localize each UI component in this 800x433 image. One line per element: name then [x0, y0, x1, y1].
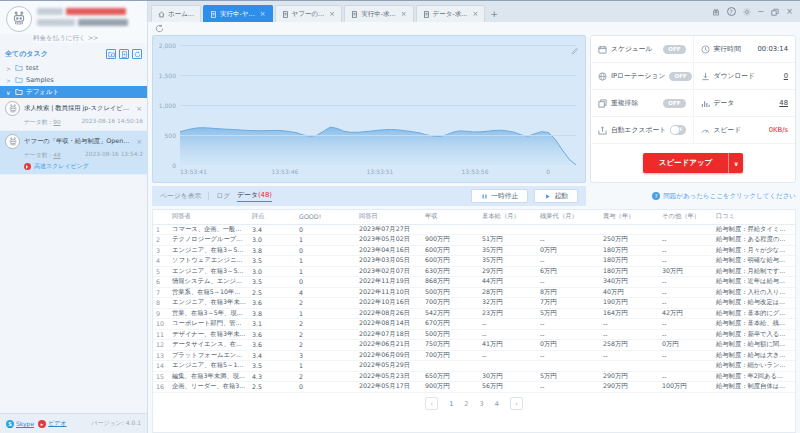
new-tab-button[interactable]: +	[487, 5, 501, 22]
task-close-icon[interactable]: ×	[135, 138, 143, 146]
show-page-button[interactable]: ページを表示	[160, 191, 201, 201]
table-row[interactable]: 3エンジニア、在籍3～5...3.802023年04月16日600万円35万円0…	[153, 245, 795, 256]
off-badge[interactable]: OFF	[663, 99, 685, 108]
video-link[interactable]: ▸ ビデオ	[38, 419, 66, 428]
table-cell	[422, 224, 479, 235]
stat-value: 0KB/s	[769, 126, 788, 134]
tab-bar: ホーム...実行中-ヤ...×ヤフーの...×実行中-求...×データ-求...…	[148, 1, 800, 22]
tab-data[interactable]: データ(48)	[237, 190, 272, 202]
task-close-icon[interactable]: ×	[135, 105, 143, 113]
help-icon[interactable]: ?	[727, 7, 736, 16]
folder-item-test[interactable]: >test	[0, 62, 147, 74]
table-row[interactable]: 14エンジニア、在籍5～1...3.512022年05月29日給与制度：細かいラ…	[153, 361, 795, 372]
restore-icon[interactable]	[771, 7, 779, 16]
table-row[interactable]: 12データサイエンス、在...3.622022年06月21日750万円41万円0…	[153, 340, 795, 351]
page-number-3[interactable]: 3	[480, 400, 484, 408]
off-badge[interactable]: OFF	[663, 45, 685, 54]
table-row[interactable]: 2テクノロジーグループ...3.012023年05月02日900万円51万円--…	[153, 235, 795, 246]
table-row[interactable]: 13プラットフォームエン...3.432022年06月09日700万円-----…	[153, 350, 795, 361]
tab-3[interactable]: 実行中-求...×	[344, 5, 413, 22]
stat-value[interactable]: 0	[784, 72, 788, 80]
pause-button[interactable]: 一時停止	[471, 189, 528, 203]
table-cell: 給与制度：近年は給与...	[713, 277, 795, 288]
result-toolbar: ページを表示 ログ データ(48) 一時停止 起動	[152, 186, 586, 206]
table-row[interactable]: 1コマース、企画、一般...3.402023年07月27日給与制度：昇給タイミ.…	[153, 224, 795, 235]
table-row[interactable]: 16企画、リーダー、在籍3...2.502022年05月17日900万円56万円…	[153, 382, 795, 393]
page-number-4[interactable]: 4	[495, 400, 499, 408]
table-row[interactable]: 6情報システム、エンジ...3.502022年11月19日868万円44万円--…	[153, 277, 795, 288]
tab-home[interactable]: ホーム...	[151, 5, 201, 22]
download-icon	[701, 72, 710, 81]
table-row[interactable]: 9営業、在籍3～5年、現...3.812022年08月26日542万円23万円5…	[153, 308, 795, 319]
stat-1: 実行時間00:03:14	[694, 36, 796, 62]
table-row[interactable]: 10コーポレート部門、管...3.122022年08月14日670万円-----…	[153, 319, 795, 330]
table-cell: 2	[296, 329, 356, 340]
folder-item-デフォルト[interactable]: ∨デフォルト	[0, 86, 147, 98]
table-cell: 給与制度：制度自体は...	[713, 382, 795, 393]
column-header: 口コミ	[713, 210, 795, 224]
setting-1: スケジュールOFF	[591, 36, 694, 62]
table-row[interactable]: 5エンジニア、在籍3～5...3.012023年02月07日630万円29万円6…	[153, 266, 795, 277]
new-folder-icon[interactable]	[106, 49, 116, 59]
off-badge[interactable]: OFF	[669, 72, 691, 81]
speedup-button[interactable]: スピードアップ∨	[643, 153, 744, 173]
page-number-2[interactable]: 2	[464, 400, 468, 408]
edit-chart-icon[interactable]	[571, 40, 579, 59]
table-cell: --	[659, 277, 713, 288]
folder-name: デフォルト	[26, 88, 59, 97]
avatar[interactable]	[6, 6, 32, 32]
task-badge-label[interactable]: 高速スクレイピング	[34, 162, 89, 171]
x-axis-tick: 0	[546, 168, 550, 175]
skype-link[interactable]: S Skype	[6, 420, 34, 428]
prev-page-button[interactable]: ‹	[425, 397, 438, 410]
table-row[interactable]: 7営業系、在籍5～10年...2.542022年11月10日500万円28万円8…	[153, 287, 795, 298]
task-item-2[interactable]: ヤフーの「年収・給与制度」OpenWork-ス...×データ数：482023-0…	[0, 131, 147, 175]
tab-close-icon[interactable]: ×	[472, 10, 478, 18]
table-cell: 3.6	[249, 298, 296, 309]
task-item-1[interactable]: 求人検索 | 教員採用 jp-スクレイピング中×データ数：902023-08-1…	[0, 98, 147, 131]
table-row[interactable]: 4ソフトウェアエンジニ...3.512023年03月05日600万円35万円--…	[153, 256, 795, 267]
table-cell: 5	[153, 266, 169, 277]
close-icon[interactable]: ×	[786, 7, 793, 16]
stat-value[interactable]: 48	[779, 99, 788, 107]
tab-close-icon[interactable]: ×	[329, 10, 335, 18]
table-row[interactable]: 15編集、在籍3年未満、現...4.322022年05月23日650万円30万円…	[153, 371, 795, 382]
folder-item-Samples[interactable]: >Samples	[0, 74, 147, 86]
table-cell: --	[537, 235, 600, 246]
table-cell: 670万円	[422, 319, 479, 330]
toggle-switch[interactable]: OFF	[670, 125, 685, 135]
start-button[interactable]: 起動	[534, 189, 578, 203]
table-cell: --	[659, 298, 713, 309]
refresh-icon[interactable]	[155, 24, 164, 33]
setting-4: 自動エクスポートOFF	[591, 117, 694, 143]
gift-icon[interactable]	[712, 7, 720, 16]
minimize-icon[interactable]: −	[758, 7, 765, 16]
help-tip-link[interactable]: ? 問題があったらここをクリックしてください	[590, 186, 796, 206]
tab-close-icon[interactable]: ×	[260, 10, 266, 18]
table-row[interactable]: 11デザイナー、在籍3年未...3.622022年07月18日500万円----…	[153, 329, 795, 340]
tab-close-icon[interactable]: ×	[401, 10, 407, 18]
tab-2[interactable]: ヤフーの...×	[275, 5, 343, 22]
app-window: 料金を払うに行く >> 全てのタスク >test>Samples∨デフォルト 求…	[0, 0, 800, 433]
pay-link[interactable]: 料金を払うに行く >>	[33, 34, 147, 43]
table-cell: 164万円	[600, 308, 659, 319]
table-row[interactable]: 8エンジニア、在籍3年未...3.622022年10月16日700万円32万円7…	[153, 298, 795, 309]
new-task-icon[interactable]	[119, 49, 129, 59]
chevron-down-icon[interactable]: ∨	[728, 153, 743, 173]
page-number-1[interactable]: 1	[449, 400, 453, 408]
tab-4[interactable]: データ-求...×	[416, 5, 486, 22]
table-cell: 3.5	[249, 256, 296, 267]
table-cell: 900万円	[422, 235, 479, 246]
table-cell: --	[600, 319, 659, 330]
x-axis-tick: 13:53:51	[366, 168, 393, 175]
refresh-tasks-icon[interactable]	[132, 49, 142, 59]
table-cell	[659, 224, 713, 235]
settings-icon[interactable]	[743, 7, 751, 16]
tab-1[interactable]: 実行中-ヤ...×	[203, 5, 273, 22]
setting-3: 重複排除OFF	[591, 90, 694, 116]
task-timestamp: 2023-08-16 14:50:16	[81, 118, 143, 127]
column-header: 残業代（月）	[537, 210, 600, 224]
tab-log[interactable]: ログ	[216, 191, 230, 201]
next-page-button[interactable]: ›	[510, 397, 523, 410]
stats-row-4: 自動エクスポートOFFスピード0KB/s	[591, 117, 795, 144]
